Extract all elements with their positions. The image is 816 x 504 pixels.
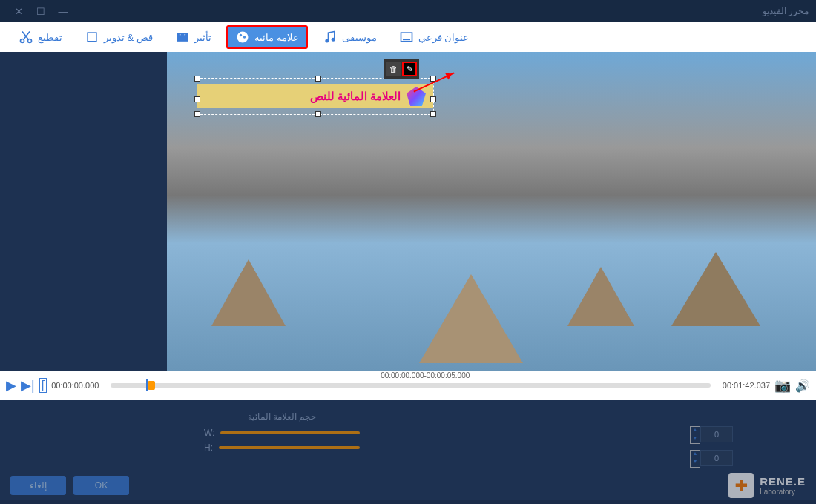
timeline-track[interactable]: 00:00:00.000-00:00:05.000 xyxy=(111,383,710,388)
footer-buttons: إلغاء OK xyxy=(10,476,129,495)
close-icon[interactable]: ✕ xyxy=(7,6,30,17)
svg-rect-3 xyxy=(177,33,188,42)
play-icon[interactable]: ▶ xyxy=(6,377,16,394)
w-value[interactable]: 0 xyxy=(700,426,733,442)
svg-point-5 xyxy=(184,34,185,36)
timeline-total: 00:01:42.037 xyxy=(723,381,770,390)
svg-point-7 xyxy=(240,34,242,36)
video-preview: ✎ 🗑 العلامة المائية للنص xyxy=(167,52,816,371)
width-slider[interactable] xyxy=(220,431,360,434)
step-icon[interactable]: ▶| xyxy=(21,377,35,394)
size-panel: حجم العلامة المائية W: H: xyxy=(204,411,360,457)
volume-icon[interactable]: 🔊 xyxy=(795,379,810,393)
side-panel xyxy=(0,52,167,371)
subtitle-button[interactable]: عنوان فرعي xyxy=(392,27,477,47)
svg-rect-2 xyxy=(88,33,96,42)
height-slider[interactable] xyxy=(219,446,360,449)
watermark-overlay[interactable]: العلامة المائية للنص xyxy=(197,78,434,115)
svg-point-10 xyxy=(331,38,335,42)
svg-point-6 xyxy=(237,32,248,43)
edit-watermark-icon[interactable]: ✎ xyxy=(402,62,417,76)
watermark-button[interactable]: علامة مائية xyxy=(226,25,308,49)
snapshot-icon[interactable]: 📷 xyxy=(774,377,791,394)
watermark-mini-toolbar: ✎ 🗑 xyxy=(384,59,419,79)
title-bar: محرر الفيديو ― ☐ ✕ xyxy=(0,0,816,22)
mark-in-icon[interactable]: [ xyxy=(39,378,47,393)
timeline-position: 00:00:00.000 xyxy=(51,381,99,390)
svg-point-4 xyxy=(180,34,181,36)
cut-button[interactable]: تقطيع xyxy=(11,27,70,47)
timeline: ▶ ▶| [ 00:00:00.000 00:00:00.000-00:00:0… xyxy=(0,371,816,400)
svg-point-8 xyxy=(243,36,246,38)
main-toolbar: تقطيع قص & تدوير تأثير علامة مائية موسيق… xyxy=(0,22,816,52)
watermark-text: العلامة المائية للنص xyxy=(310,90,401,103)
delete-watermark-icon[interactable]: 🗑 xyxy=(386,62,401,76)
effect-button[interactable]: تأثير xyxy=(168,27,219,47)
cancel-button[interactable]: إلغاء xyxy=(10,476,66,495)
brand-logo: ✚ RENE.ELaboratory xyxy=(728,473,806,498)
svg-rect-12 xyxy=(403,39,410,41)
ok-button[interactable]: OK xyxy=(73,476,129,495)
svg-point-9 xyxy=(325,39,329,43)
maximize-icon[interactable]: ☐ xyxy=(30,6,52,17)
app-title: محرر الفيديو xyxy=(763,6,809,16)
logo-icon: ✚ xyxy=(728,473,754,498)
minimize-icon[interactable]: ― xyxy=(52,6,74,17)
crop-button[interactable]: قص & تدوير xyxy=(77,27,160,47)
h-value[interactable]: 0 xyxy=(700,450,733,466)
music-button[interactable]: موسيقى xyxy=(315,27,384,47)
